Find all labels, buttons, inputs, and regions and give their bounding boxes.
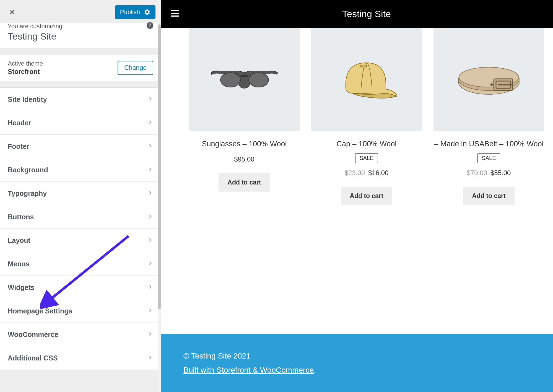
price-old: $23.00 <box>345 169 365 176</box>
add-to-cart-button[interactable]: Add to cart <box>463 187 514 205</box>
customizer-menu: Site Identity Header Footer Background T… <box>0 87 161 370</box>
chevron-right-icon <box>147 237 153 244</box>
chevron-right-icon <box>147 331 153 338</box>
sale-badge: SALE <box>355 153 378 163</box>
product-card[interactable]: Sunglasses – 100% Wool $95.00 Add to car… <box>189 28 300 205</box>
menu-item-label: Background <box>8 166 48 174</box>
customizing-label: You are customizing <box>8 23 153 30</box>
svg-point-1 <box>249 73 269 87</box>
menu-item-additional-css[interactable]: Additional CSS <box>0 346 161 370</box>
price: $95.00 <box>189 155 300 163</box>
scrollbar[interactable] <box>158 0 161 392</box>
customizer-sidebar: Publish You are customizing Testing Site… <box>0 0 161 392</box>
menu-item-label: WooCommerce <box>8 331 58 339</box>
close-button[interactable] <box>0 0 24 24</box>
preview-pane: Testing Site <box>161 0 553 392</box>
product-title: – Made in USABelt – 100% Wool <box>433 139 544 149</box>
price-row: $70.00$55.00 <box>433 169 544 177</box>
menu-item-label: Buttons <box>8 213 34 221</box>
site-title: Testing Site <box>8 31 153 42</box>
chevron-right-icon <box>147 190 153 197</box>
chevron-right-icon <box>147 260 153 268</box>
theme-name: Storefront <box>8 68 43 76</box>
chevron-right-icon <box>147 143 153 150</box>
hamburger-icon <box>170 8 181 19</box>
chevron-right-icon <box>147 119 153 126</box>
price: $55.00 <box>490 169 511 176</box>
hamburger-button[interactable] <box>170 8 181 20</box>
menu-item-buttons[interactable]: Buttons <box>0 205 161 229</box>
sidebar-topbar: Publish <box>0 0 161 24</box>
product-image <box>311 28 422 131</box>
app: Publish You are customizing Testing Site… <box>0 0 553 392</box>
preview-body: Sunglasses – 100% Wool $95.00 Add to car… <box>161 28 553 334</box>
chevron-right-icon <box>147 354 153 362</box>
preview-footer: © Testing Site 2021 Built with Storefron… <box>161 334 553 392</box>
price-old: $70.00 <box>467 169 487 176</box>
menu-item-label: Layout <box>8 237 30 245</box>
publish-button-label: Publish <box>120 9 140 16</box>
menu-item-label: Homepage Settings <box>8 307 72 315</box>
price: $16.00 <box>368 169 388 176</box>
preview-header: Testing Site <box>161 0 553 28</box>
product-image <box>189 28 300 131</box>
belt-icon <box>453 52 525 107</box>
menu-item-label: Footer <box>8 142 29 150</box>
product-card[interactable]: Cap – 100% Wool SALE $23.00$16.00 Add to… <box>311 28 422 205</box>
menu-item-label: Widgets <box>8 284 35 292</box>
menu-item-layout[interactable]: Layout <box>0 229 161 252</box>
cap-icon <box>331 52 403 107</box>
svg-point-0 <box>220 73 240 87</box>
product-card[interactable]: – Made in USABelt – 100% Wool SALE $70.0… <box>433 28 544 205</box>
menu-item-site-identity[interactable]: Site Identity <box>0 88 161 111</box>
footer-built-line: Built with Storefront & WooCommerce. <box>183 363 550 377</box>
price-row: $23.00$16.00 <box>311 169 422 177</box>
sunglasses-icon <box>208 52 280 107</box>
footer-period: . <box>314 366 316 374</box>
menu-item-label: Header <box>8 119 31 127</box>
menu-item-label: Additional CSS <box>8 354 58 362</box>
menu-item-footer[interactable]: Footer <box>0 135 161 158</box>
product-title: Sunglasses – 100% Wool <box>189 139 300 149</box>
chevron-right-icon <box>147 166 153 173</box>
chevron-right-icon <box>147 307 153 315</box>
add-to-cart-button[interactable]: Add to cart <box>219 173 270 192</box>
chevron-right-icon <box>147 96 153 103</box>
menu-item-header[interactable]: Header <box>0 111 161 135</box>
theme-label: Active theme <box>8 60 43 67</box>
preview-site-title[interactable]: Testing Site <box>342 9 391 19</box>
menu-item-label: Typography <box>8 189 47 198</box>
footer-built-link[interactable]: Built with Storefront & WooCommerce <box>183 366 314 374</box>
sidebar-header: You are customizing Testing Site ? <box>0 23 161 48</box>
change-theme-button[interactable]: Change <box>118 61 153 75</box>
svg-point-8 <box>490 84 493 86</box>
close-icon <box>8 8 16 16</box>
publish-button[interactable]: Publish <box>115 5 155 19</box>
scrollbar-thumb[interactable] <box>158 24 161 309</box>
menu-item-background[interactable]: Background <box>0 158 161 182</box>
svg-point-2 <box>360 65 367 67</box>
footer-copyright: © Testing Site 2021 <box>183 349 550 363</box>
product-grid: Sunglasses – 100% Wool $95.00 Add to car… <box>189 28 544 205</box>
product-image <box>433 28 544 131</box>
menu-item-homepage-settings[interactable]: Homepage Settings <box>0 299 161 323</box>
theme-section: Active theme Storefront Change <box>0 54 161 81</box>
chevron-right-icon <box>147 213 153 220</box>
product-title: Cap – 100% Wool <box>311 139 422 149</box>
sale-badge: SALE <box>477 153 500 163</box>
chevron-right-icon <box>147 284 153 291</box>
menu-item-label: Menus <box>8 260 30 268</box>
menu-item-label: Site Identity <box>8 95 47 103</box>
help-icon[interactable]: ? <box>147 22 153 29</box>
gear-icon <box>144 9 150 15</box>
menu-item-menus[interactable]: Menus <box>0 252 161 276</box>
menu-item-typography[interactable]: Typography <box>0 182 161 205</box>
menu-item-widgets[interactable]: Widgets <box>0 276 161 299</box>
theme-info: Active theme Storefront <box>8 60 43 76</box>
add-to-cart-button[interactable]: Add to cart <box>341 187 392 205</box>
menu-item-woocommerce[interactable]: WooCommerce <box>0 323 161 346</box>
